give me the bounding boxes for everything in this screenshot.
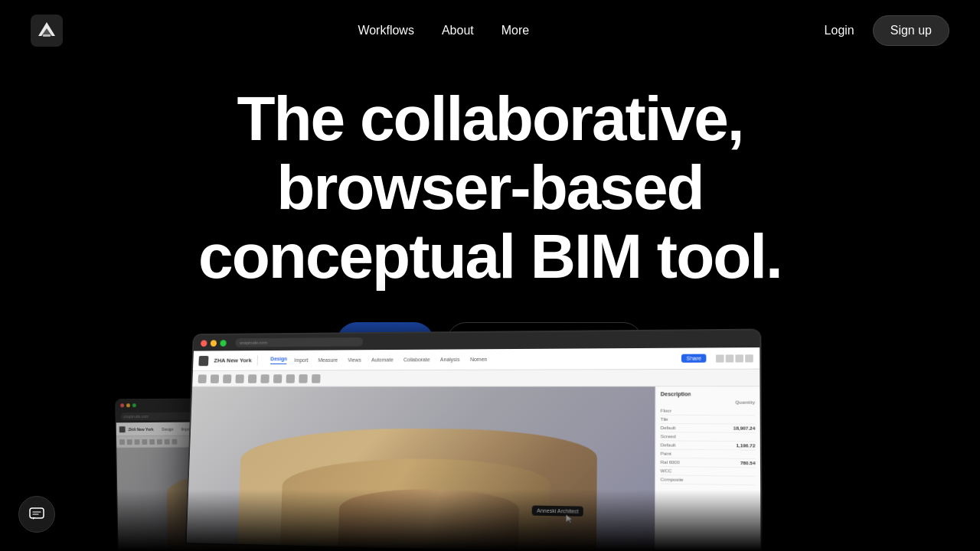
copy-tool-icon[interactable] xyxy=(248,374,256,383)
login-button[interactable]: Login xyxy=(825,24,854,37)
tab-design[interactable]: Design xyxy=(270,356,287,364)
cursor-indicator xyxy=(566,513,575,522)
logo[interactable] xyxy=(31,15,63,47)
monitor-main: snaptrude.com ZHA New York Design Import… xyxy=(170,329,752,551)
nav-about[interactable]: About xyxy=(442,24,474,37)
extra-tool-icon[interactable] xyxy=(312,374,321,383)
navigation: Workflows About More Login Sign up xyxy=(0,0,980,61)
chat-icon xyxy=(28,506,45,523)
cursor-tool-icon[interactable] xyxy=(235,374,243,383)
shape-tool-icon[interactable] xyxy=(260,374,269,383)
tab-analysis[interactable]: Analysis xyxy=(437,355,462,364)
sidebar-description-title: Description xyxy=(661,391,755,396)
chat-button[interactable] xyxy=(18,496,55,533)
properties-panel: Description Quantity Floor Tile Default … xyxy=(655,386,761,551)
tab-views[interactable]: Views xyxy=(345,356,364,364)
draw-tool-icon[interactable] xyxy=(198,374,207,383)
tab-measure[interactable]: Measure xyxy=(315,356,341,364)
nav-signup-button[interactable]: Sign up xyxy=(873,15,949,46)
mirror-tool-icon[interactable] xyxy=(286,374,295,383)
angle-tool-icon[interactable] xyxy=(273,374,282,383)
nav-workflows[interactable]: Workflows xyxy=(358,24,414,37)
sidebar-row-floor: Floor xyxy=(661,407,756,416)
svg-rect-1 xyxy=(43,34,51,37)
svg-rect-2 xyxy=(30,508,44,518)
nav-auth: Login Sign up xyxy=(825,15,949,46)
sidebar-row-screed: Screed xyxy=(661,432,756,442)
share-button[interactable]: Share xyxy=(681,354,706,363)
tab-nomen[interactable]: Nomen xyxy=(467,355,490,364)
main-canvas: Anneski Architect xyxy=(186,386,655,551)
grid-tool-icon[interactable] xyxy=(299,374,307,383)
sidebar-row-tile: Tile xyxy=(661,416,756,425)
app-toolbar xyxy=(192,370,760,387)
tab-automate[interactable]: Automate xyxy=(368,356,396,364)
app-body: Anneski Architect Description Quantity F… xyxy=(186,386,761,551)
building-visualization xyxy=(230,413,606,551)
plus-tool-icon[interactable] xyxy=(223,374,231,383)
hero-title: The collaborative, browser-based concept… xyxy=(198,84,782,292)
app-tabs: Design Import Measure Views Automate Col… xyxy=(270,355,490,364)
sidebar-row-tile-default: Default 18,907.24 xyxy=(661,424,756,433)
circle-tool-icon[interactable] xyxy=(211,374,219,383)
canvas-tooltip: Anneski Architect xyxy=(532,505,583,516)
tab-collaborate[interactable]: Collaborate xyxy=(400,355,433,364)
monitor-frame: snaptrude.com ZHA New York Design Import… xyxy=(185,329,763,551)
sidebar-quantity-header: Quantity xyxy=(661,399,755,404)
sidebar-row-composite: Composite xyxy=(660,475,755,485)
nav-more[interactable]: More xyxy=(501,24,529,37)
tab-import[interactable]: Import xyxy=(291,356,311,364)
project-name: ZHA New York xyxy=(214,357,251,364)
mockup-container: snaptrude.com ZHA New York Design Import… xyxy=(69,321,911,551)
nav-links: Workflows About More xyxy=(358,24,529,37)
hero-section: The collaborative, browser-based concept… xyxy=(0,61,980,362)
